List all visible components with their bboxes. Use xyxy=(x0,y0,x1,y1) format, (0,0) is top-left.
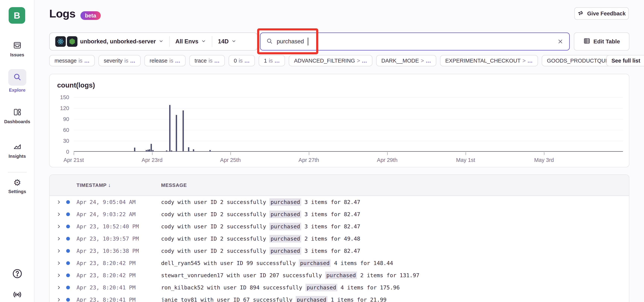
x-axis-label: May 1st xyxy=(456,157,475,163)
chip-operator: is xyxy=(209,58,212,64)
log-row[interactable]: Apr 23, 10:52:40 PMcody with user ID 2 s… xyxy=(50,220,629,233)
search-match-highlight: purchased xyxy=(269,247,301,255)
environment-selector[interactable]: All Envs xyxy=(169,36,212,47)
chip-field: trace xyxy=(194,58,206,64)
log-level-dot xyxy=(66,298,70,302)
chip-field: release xyxy=(150,58,168,64)
row-lead xyxy=(50,249,76,253)
react-icon xyxy=(55,36,66,47)
search-match-highlight: purchased xyxy=(299,259,331,267)
expand-row-icon[interactable] xyxy=(56,285,61,290)
log-message: cody with user ID 2 successfully purchas… xyxy=(161,223,629,230)
clear-search-button[interactable] xyxy=(557,38,564,45)
timestamp-column-label: TIMESTAMP xyxy=(76,182,106,188)
log-row[interactable]: Apr 23, 10:39:57 PMcody with user ID 2 s… xyxy=(50,233,629,245)
chip-field: 1 xyxy=(264,58,267,64)
chip-operator: > xyxy=(421,58,424,64)
chart-bar xyxy=(169,105,170,151)
table-body: Apr 24, 9:05:04 AMcody with user ID 2 su… xyxy=(50,196,629,302)
filter-chip-dark__mode[interactable]: DARK__MODE>... xyxy=(376,55,436,66)
chart-bar xyxy=(182,110,184,151)
give-feedback-button[interactable]: Give Feedback xyxy=(574,7,629,20)
edit-table-button[interactable]: Edit Table xyxy=(574,32,629,50)
filter-chip-advanced_filtering[interactable]: ADVANCED_FILTERING>... xyxy=(289,55,372,66)
expand-row-icon[interactable] xyxy=(56,200,61,205)
expand-row-icon[interactable] xyxy=(56,224,61,229)
gridline-30 xyxy=(74,141,623,141)
log-row[interactable]: Apr 23, 8:20:41 PMron_kilback52 with use… xyxy=(50,281,629,294)
logs-chart-panel: count(logs) 0306090120150Apr 21stApr 23r… xyxy=(49,74,629,167)
expand-row-icon[interactable] xyxy=(56,212,61,217)
log-timestamp: Apr 23, 8:20:42 PM xyxy=(76,260,161,266)
log-search-input[interactable]: purchased xyxy=(260,32,570,50)
sidebar-item-label: Insights xyxy=(8,154,26,159)
search-match-highlight: purchased xyxy=(269,235,301,243)
chart-bar xyxy=(188,147,189,151)
project-selector-value: unborked, unborked-server xyxy=(80,38,156,45)
log-row[interactable]: Apr 23, 8:20:41 PMjanie_toy81 with user … xyxy=(50,294,629,302)
sidebar: B Issues Explore Dashboards xyxy=(0,0,34,302)
row-lead xyxy=(50,273,76,278)
filter-chip-experimental_checkout[interactable]: EXPERIMENTAL_CHECKOUT>... xyxy=(440,55,538,66)
filter-chip-0[interactable]: 0is... xyxy=(228,55,255,66)
gridline-120 xyxy=(74,108,623,109)
log-message: ron_kilback52 with user ID 894 successfu… xyxy=(161,284,629,291)
sidebar-item-dashboards[interactable]: Dashboards xyxy=(0,108,34,124)
sidebar-item-insights[interactable]: Insights xyxy=(0,142,34,159)
log-row[interactable]: Apr 23, 8:20:42 PMdell_ryan545 with user… xyxy=(50,257,629,269)
gear-icon: ⚙ xyxy=(13,178,21,187)
sidebar-item-explore[interactable]: Explore xyxy=(0,69,34,93)
date-range-selector[interactable]: 14D xyxy=(212,36,242,47)
chip-value: ... xyxy=(214,58,220,64)
log-level-dot xyxy=(66,274,70,277)
filter-chip-trace[interactable]: traceis... xyxy=(189,55,225,66)
expand-row-icon[interactable] xyxy=(56,261,61,266)
log-message: cody with user ID 2 successfully purchas… xyxy=(161,236,629,242)
log-row[interactable]: Apr 24, 9:05:04 AMcody with user ID 2 su… xyxy=(50,196,629,208)
help-button[interactable] xyxy=(0,268,34,280)
filter-chip-1[interactable]: 1is... xyxy=(259,55,285,66)
org-avatar[interactable]: B xyxy=(9,7,25,24)
expand-row-icon[interactable] xyxy=(56,297,61,302)
see-full-list-chip[interactable]: See full list xyxy=(606,55,644,66)
sidebar-item-label: Settings xyxy=(8,189,26,194)
chip-value: ... xyxy=(275,58,280,64)
whats-new-button[interactable] xyxy=(0,289,34,301)
y-axis-label-30: 30 xyxy=(63,138,69,144)
x-axis-tick xyxy=(230,152,231,155)
chip-operator: is xyxy=(78,58,82,64)
megaphone-icon xyxy=(578,9,584,18)
column-header-message[interactable]: MESSAGE xyxy=(161,182,629,188)
log-row[interactable]: Apr 24, 9:03:22 AMcody with user ID 2 su… xyxy=(50,208,629,220)
chart-title: count(logs) xyxy=(57,81,95,89)
filter-chip-message[interactable]: messageis... xyxy=(49,55,95,66)
log-timestamp: Apr 23, 10:39:57 PM xyxy=(76,236,161,242)
environment-selector-value: All Envs xyxy=(176,38,198,45)
sidebar-item-settings[interactable]: ⚙ Settings xyxy=(0,178,34,194)
search-icon xyxy=(13,73,22,82)
x-axis-label: May 3rd xyxy=(534,157,554,163)
project-selector[interactable]: unborked, unborked-server xyxy=(50,36,169,47)
log-message: cody with user ID 2 successfully purchas… xyxy=(161,248,629,254)
row-lead xyxy=(50,212,76,217)
log-level-dot xyxy=(66,261,70,265)
chip-field: severity xyxy=(104,58,122,64)
search-match-highlight: purchased xyxy=(296,296,328,302)
log-row[interactable]: Apr 23, 10:36:38 PMcody with user ID 2 s… xyxy=(50,245,629,257)
log-timestamp: Apr 23, 8:20:41 PM xyxy=(76,297,161,302)
log-timestamp: Apr 23, 8:20:41 PM xyxy=(76,284,161,291)
expand-row-icon[interactable] xyxy=(56,236,61,241)
log-level-dot xyxy=(66,200,70,204)
broadcast-icon xyxy=(12,289,23,301)
filter-chip-release[interactable]: releaseis... xyxy=(144,55,186,66)
log-message: cody with user ID 2 successfully purchas… xyxy=(161,199,629,205)
x-axis-label: Apr 29th xyxy=(377,157,398,163)
log-level-dot xyxy=(66,249,70,253)
expand-row-icon[interactable] xyxy=(56,273,61,278)
expand-row-icon[interactable] xyxy=(56,249,61,253)
chip-field: 0 xyxy=(234,58,237,64)
column-header-timestamp[interactable]: TIMESTAMP ↓ xyxy=(76,182,161,188)
filter-chip-severity[interactable]: severityis... xyxy=(98,55,140,66)
sidebar-item-issues[interactable]: Issues xyxy=(0,41,34,57)
log-row[interactable]: Apr 23, 8:20:42 PMstewart_vonrueden17 wi… xyxy=(50,269,629,281)
